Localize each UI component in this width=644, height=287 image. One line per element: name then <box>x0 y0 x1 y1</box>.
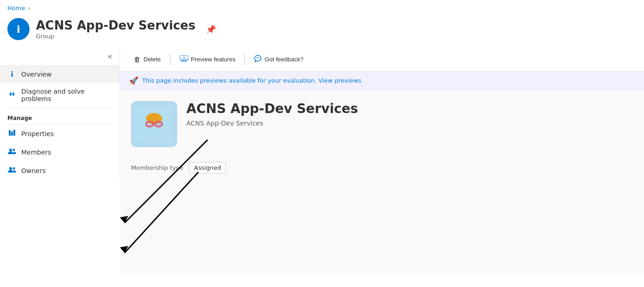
toolbar: 🗑 Delete Preview features <box>120 48 644 72</box>
delete-label: Delete <box>143 56 161 63</box>
overview-icon: ℹ <box>7 70 17 78</box>
delete-button[interactable]: 🗑 Delete <box>129 53 166 66</box>
svg-rect-3 <box>9 130 11 136</box>
sidebar-wrapper: « ℹ Overview Diagnose and solve problems <box>0 48 120 275</box>
info-icon: i <box>17 24 20 35</box>
membership-type-value: Assigned <box>189 162 227 173</box>
svg-point-24 <box>147 122 153 126</box>
preview-label: Preview features <box>191 56 236 63</box>
page-title: ACNS App-Dev Services <box>36 18 196 33</box>
properties-icon <box>7 129 17 138</box>
rocket-icon: 🚀 <box>129 76 138 85</box>
page-header-text: ACNS App-Dev Services Group <box>36 18 196 40</box>
main-content: 🗑 Delete Preview features <box>120 48 644 275</box>
breadcrumb: Home › <box>0 0 644 14</box>
svg-point-9 <box>13 167 15 170</box>
breadcrumb-separator: › <box>28 5 30 12</box>
sidebar-label-properties: Properties <box>21 130 54 138</box>
feedback-label: Got feedback? <box>264 56 304 63</box>
sidebar-label-overview: Overview <box>21 71 52 78</box>
preview-banner: 🚀 This page includes previews available … <box>120 72 644 90</box>
swimmer-illustration <box>136 106 173 143</box>
resource-info: ACNS App-Dev Services ACNS App-Dev Servi… <box>186 101 358 127</box>
resource-card: ACNS App-Dev Services ACNS App-Dev Servi… <box>131 101 633 147</box>
resource-title: ACNS App-Dev Services <box>186 101 358 117</box>
sidebar-label-owners: Owners <box>21 167 46 174</box>
feedback-button[interactable]: Got feedback? <box>250 52 308 66</box>
resource-logo <box>131 101 177 147</box>
sidebar-section-manage: Manage <box>0 108 119 124</box>
sidebar-item-properties[interactable]: Properties <box>0 125 119 143</box>
sidebar-collapse-area: « <box>0 49 119 65</box>
svg-rect-5 <box>13 130 15 136</box>
preview-banner-link[interactable]: This page includes previews available fo… <box>142 77 361 84</box>
svg-point-8 <box>9 167 12 170</box>
main-layout: « ℹ Overview Diagnose and solve problems <box>0 48 644 275</box>
preview-icon <box>180 55 188 63</box>
meta-row: Membership type Assigned <box>120 155 644 181</box>
resource-subtitle: ACNS App-Dev Services <box>186 120 358 127</box>
svg-point-25 <box>155 122 161 126</box>
page-subtitle: Group <box>36 33 196 40</box>
owners-icon <box>7 166 17 175</box>
sidebar-label-members: Members <box>21 149 51 156</box>
sidebar: « ℹ Overview Diagnose and solve problems <box>0 48 120 180</box>
sidebar-item-diagnose[interactable]: Diagnose and solve problems <box>0 83 119 107</box>
pin-icon[interactable]: 📌 <box>206 24 216 34</box>
feedback-icon <box>254 55 262 64</box>
sidebar-item-overview[interactable]: ℹ Overview <box>0 65 119 83</box>
sidebar-item-members[interactable]: Members <box>0 143 119 161</box>
page-header: i ACNS App-Dev Services Group 📌 <box>0 14 644 48</box>
svg-point-6 <box>9 149 12 151</box>
breadcrumb-home[interactable]: Home <box>7 5 25 12</box>
membership-type-label: Membership type <box>131 164 184 171</box>
toolbar-separator-1 <box>170 54 171 65</box>
toolbar-separator-2 <box>244 54 245 65</box>
sidebar-item-owners[interactable]: Owners <box>0 161 119 180</box>
diagnose-icon <box>7 90 17 100</box>
members-icon <box>7 148 17 157</box>
sidebar-collapse-button[interactable]: « <box>105 51 115 61</box>
preview-features-button[interactable]: Preview features <box>175 53 240 66</box>
sidebar-label-diagnose: Diagnose and solve problems <box>21 88 112 102</box>
svg-point-7 <box>13 149 15 151</box>
svg-rect-4 <box>11 132 13 136</box>
resource-section: ACNS App-Dev Services ACNS App-Dev Servi… <box>120 90 644 155</box>
delete-icon: 🗑 <box>134 55 141 63</box>
page-header-icon: i <box>7 18 30 40</box>
